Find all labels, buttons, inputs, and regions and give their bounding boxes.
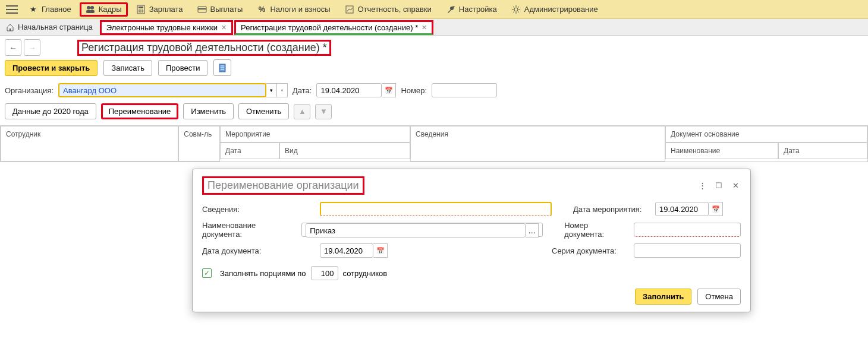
main-menu: ★ Главное Кадры Зарплата Выплаты % Налог… xyxy=(0,0,868,19)
employee-table: Сотрудник Совм-ль Мероприятие Дата Вид С… xyxy=(0,125,868,162)
wallet-icon xyxy=(197,5,207,14)
menu-label: Зарплата xyxy=(149,5,183,14)
home-icon xyxy=(6,23,14,31)
svg-line-20 xyxy=(518,11,519,12)
tabs-row: Начальная страница Электронные трудовые … xyxy=(0,19,868,36)
data-2020-button[interactable]: Данные до 2020 года xyxy=(5,103,96,119)
forward-button[interactable]: → xyxy=(24,39,40,56)
maximize-icon[interactable]: ☐ xyxy=(713,181,724,190)
dialog-cancel-button[interactable]: Отмена xyxy=(697,289,741,305)
sved-label: Сведения: xyxy=(202,205,315,214)
svg-rect-2 xyxy=(86,10,95,13)
calendar-icon[interactable]: 📅 xyxy=(373,243,388,258)
proceed-close-button[interactable]: Провести и закрыть xyxy=(5,60,98,76)
menu-label: Выплаты xyxy=(210,5,243,14)
tab-home[interactable]: Начальная страница xyxy=(0,19,99,35)
close-icon[interactable]: ✕ xyxy=(422,24,427,31)
svg-point-0 xyxy=(87,6,90,10)
svg-rect-23 xyxy=(10,28,11,31)
col-docname: Наименование xyxy=(665,142,778,159)
menu-nastroyka[interactable]: Настройка xyxy=(440,2,503,17)
col-event-date: Дата xyxy=(220,142,279,159)
menu-main[interactable]: ★ Главное xyxy=(23,2,77,17)
fill-button[interactable]: Заполнить xyxy=(635,289,691,305)
burger-icon[interactable] xyxy=(6,5,18,14)
close-icon[interactable]: ✕ xyxy=(221,24,227,31)
calculator-icon xyxy=(136,5,146,14)
event-date-label: Дата мероприятия: xyxy=(573,205,650,214)
col-docdate: Дата xyxy=(778,142,867,159)
calendar-icon[interactable]: 📅 xyxy=(709,202,723,216)
cancel-button[interactable]: Отменить xyxy=(238,103,289,119)
svg-line-21 xyxy=(518,7,519,8)
close-icon[interactable]: ✕ xyxy=(730,181,741,190)
svg-point-10 xyxy=(142,11,143,12)
batch-label-pre: Заполнять порциями по xyxy=(220,269,306,278)
calendar-icon[interactable]: 📅 xyxy=(382,83,396,97)
menu-vyplaty[interactable]: Выплаты xyxy=(191,2,249,17)
menu-zarplata[interactable]: Зарплата xyxy=(130,2,189,17)
proceed-button[interactable]: Провести xyxy=(158,60,208,76)
svg-line-19 xyxy=(513,7,514,8)
save-button[interactable]: Записать xyxy=(103,60,152,76)
batch-label-post: сотрудников xyxy=(343,269,388,278)
move-up-button[interactable]: ▲ xyxy=(294,104,310,119)
rename-button[interactable]: Переименование xyxy=(101,103,179,119)
back-button[interactable]: ← xyxy=(5,39,21,56)
menu-admin[interactable]: Администрирование xyxy=(505,2,604,17)
docname-input[interactable] xyxy=(306,223,526,238)
people-icon xyxy=(86,5,95,14)
menu-kadry[interactable]: Кадры xyxy=(80,2,128,17)
number-input[interactable] xyxy=(432,83,497,97)
gear-icon xyxy=(511,5,521,14)
table-header: Сотрудник Совм-ль Мероприятие Дата Вид С… xyxy=(1,126,867,162)
page-title: Регистрация трудовой деятельности (созда… xyxy=(77,40,331,56)
rename-dialog: Переименование организации ⋮ ☐ ✕ Сведени… xyxy=(192,169,751,312)
dialog-title: Переименование организации xyxy=(202,176,364,195)
svg-point-6 xyxy=(140,10,141,11)
svg-line-22 xyxy=(513,11,514,12)
title-row: ← → Регистрация трудовой деятельности (с… xyxy=(0,36,868,59)
svg-point-14 xyxy=(514,8,518,11)
svg-point-7 xyxy=(142,10,143,11)
batch-checkbox[interactable]: ✓ xyxy=(202,268,212,278)
dropdown-icon[interactable]: ▾ xyxy=(266,83,277,97)
menu-label: Кадры xyxy=(99,5,122,14)
percent-icon: % xyxy=(257,5,266,14)
org-label: Организация: xyxy=(5,86,54,95)
docseries-input[interactable] xyxy=(634,243,741,258)
menu-nalogi[interactable]: % Налоги и взносы xyxy=(251,2,336,17)
tab-registration[interactable]: Регистрация трудовой деятельности (созда… xyxy=(234,20,433,35)
document-icon-button[interactable] xyxy=(213,59,231,76)
star-icon: ★ xyxy=(29,5,38,14)
select-icon[interactable]: … xyxy=(526,223,539,238)
open-icon[interactable]: ▫ xyxy=(277,83,288,97)
menu-otchetnost[interactable]: Отчетность, справки xyxy=(339,2,438,17)
report-icon xyxy=(345,5,354,14)
svg-point-9 xyxy=(140,11,141,12)
col-info: Сведения xyxy=(410,126,665,162)
sved-input[interactable] xyxy=(320,202,552,216)
svg-point-1 xyxy=(90,6,94,10)
edit-button[interactable]: Изменить xyxy=(183,103,234,119)
event-date-input[interactable] xyxy=(655,202,709,216)
menu-label: Настройка xyxy=(459,5,497,14)
date-input[interactable] xyxy=(316,83,382,97)
col-sovm: Совм-ль xyxy=(178,126,220,162)
more-icon[interactable]: ⋮ xyxy=(697,181,707,190)
tab-label: Электронные трудовые книжки xyxy=(106,23,218,32)
tab-label: Начальная страница xyxy=(18,23,93,31)
svg-rect-12 xyxy=(198,8,206,10)
menu-label: Отчетность, справки xyxy=(358,5,432,14)
move-down-button[interactable]: ▼ xyxy=(315,104,332,119)
docnum-input[interactable] xyxy=(634,223,741,237)
tab-etk[interactable]: Электронные трудовые книжки ✕ xyxy=(100,20,233,35)
menu-label: Главное xyxy=(42,5,71,14)
org-input[interactable] xyxy=(58,83,266,97)
menu-label: Администрирование xyxy=(524,5,598,14)
date-label: Дата: xyxy=(293,86,312,95)
batch-size-input[interactable] xyxy=(311,266,338,280)
menu-label: Налоги и взносы xyxy=(270,5,330,14)
docseries-label: Серия документа: xyxy=(552,246,629,255)
docdate-input[interactable] xyxy=(320,243,373,258)
